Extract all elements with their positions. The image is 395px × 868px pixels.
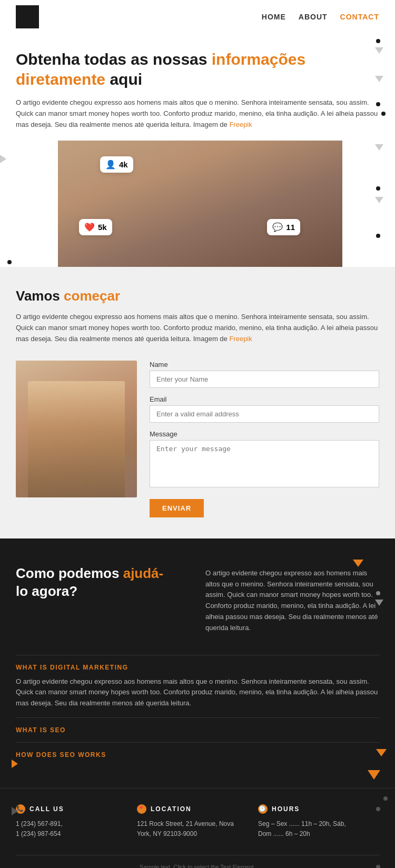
section-faq: Como podemos ajudá- lo agora? O artigo e… bbox=[0, 538, 395, 788]
nav-about[interactable]: ABOUT bbox=[299, 13, 328, 21]
message-label: Message bbox=[150, 430, 379, 438]
email-input[interactable] bbox=[150, 405, 379, 423]
faq-item-3: HOW DOES SEO WORKS bbox=[16, 742, 379, 767]
hero-heading: Obtenha todas as nossas informações dire… bbox=[16, 49, 379, 89]
decor-dot-4 bbox=[376, 186, 380, 191]
form-group-name: Name bbox=[150, 361, 379, 388]
contact-row: Name Email Message ENVIAR bbox=[16, 361, 379, 517]
footer-col-location: 📍 LOCATION 121 Rock Street, 21 Avenue, N… bbox=[137, 804, 258, 839]
form-group-email: Email bbox=[150, 395, 379, 423]
nav-contact[interactable]: CONTACT bbox=[340, 13, 379, 21]
form-group-message: Message bbox=[150, 430, 379, 490]
decor-tri-3 bbox=[375, 144, 383, 151]
decor-dot-3 bbox=[381, 112, 386, 116]
section-hero: Obtenha todas as nossas informações dire… bbox=[0, 34, 395, 267]
name-input[interactable] bbox=[150, 371, 379, 388]
decor-tri-left bbox=[0, 155, 6, 163]
section3-heading: Como podemos ajudá- lo agora? bbox=[16, 565, 190, 634]
section3-top: Como podemos ajudá- lo agora? O artigo e… bbox=[16, 565, 379, 634]
clock-icon: 🕐 bbox=[258, 804, 268, 814]
bubble-likes: ❤️ 5k bbox=[79, 219, 112, 235]
faq-title-1[interactable]: WHAT IS DIGITAL MARKETING bbox=[16, 664, 379, 671]
section3-body: O artigo evidente chegou expresso aos ho… bbox=[205, 565, 379, 634]
faq-item-1: WHAT IS DIGITAL MARKETING O artigo evide… bbox=[16, 655, 379, 717]
footer-title-hours: 🕐 HOURS bbox=[258, 804, 369, 814]
user-icon: 👤 bbox=[105, 159, 116, 169]
message-input[interactable] bbox=[150, 440, 379, 487]
location-icon: 📍 bbox=[137, 804, 146, 814]
name-label: Name bbox=[150, 361, 379, 368]
phone-icon: 📞 bbox=[16, 804, 25, 814]
bubble-comments: 💬 11 bbox=[267, 219, 300, 235]
nav-links: HOME ABOUT CONTACT bbox=[262, 13, 379, 21]
decor-orange-tri-3 bbox=[368, 770, 380, 780]
nav-home[interactable]: HOME bbox=[262, 13, 286, 21]
faq-title-2[interactable]: WHAT IS SEO bbox=[16, 726, 379, 734]
decor-tri-4 bbox=[375, 197, 383, 203]
hero-body: O artigo evidente chegou expresso aos ho… bbox=[16, 97, 379, 130]
logo[interactable] bbox=[16, 5, 39, 28]
faq-item-2: WHAT IS SEO bbox=[16, 717, 379, 742]
footer: 📞 CALL US 1 (234) 567-891, 1 (234) 987-6… bbox=[0, 788, 395, 868]
section-contact: Vamos começar O artigo evidente chegou e… bbox=[0, 267, 395, 538]
footer-hours-text: Seg – Sex ...... 11h – 20h, Sáb, Dom ...… bbox=[258, 819, 369, 839]
hero-image: 👤 4k ❤️ 5k 💬 11 bbox=[58, 141, 342, 267]
faq-section: WHAT IS DIGITAL MARKETING O artigo evide… bbox=[16, 655, 379, 767]
heart-icon: ❤️ bbox=[84, 222, 95, 232]
freepik-link-2[interactable]: Freepik bbox=[229, 335, 252, 343]
decor-dot-5 bbox=[376, 234, 380, 238]
footer-grid: 📞 CALL US 1 (234) 567-891, 1 (234) 987-6… bbox=[16, 804, 379, 839]
footer-call-text: 1 (234) 567-891, 1 (234) 987-654 bbox=[16, 819, 126, 839]
faq-body-1: O artigo evidente chegou expresso aos ho… bbox=[16, 676, 379, 709]
navbar: HOME ABOUT CONTACT bbox=[0, 0, 395, 34]
footer-title-location: 📍 LOCATION bbox=[137, 804, 248, 814]
email-label: Email bbox=[150, 395, 379, 403]
contact-image bbox=[16, 361, 137, 497]
contact-heading: Vamos começar bbox=[16, 288, 379, 304]
contact-image-placeholder bbox=[16, 361, 137, 497]
footer-title-call: 📞 CALL US bbox=[16, 804, 126, 814]
chat-icon: 💬 bbox=[272, 222, 283, 232]
contact-form: Name Email Message ENVIAR bbox=[150, 361, 379, 517]
hero-image-placeholder: 👤 4k ❤️ 5k 💬 11 bbox=[58, 141, 342, 267]
footer-bottom: Sample text. Click to select the Text El… bbox=[16, 855, 379, 868]
decor-dot-1 bbox=[376, 39, 380, 43]
contact-body: O artigo evidente chegou expresso aos ho… bbox=[16, 312, 379, 344]
footer-location-text: 121 Rock Street, 21 Avenue, Nova York, N… bbox=[137, 819, 248, 839]
freepik-link-1[interactable]: Freepik bbox=[229, 121, 252, 128]
decor-dot-6 bbox=[7, 260, 12, 264]
bubble-followers: 👤 4k bbox=[100, 156, 133, 173]
faq-title-3[interactable]: HOW DOES SEO WORKS bbox=[16, 751, 379, 759]
footer-col-call: 📞 CALL US 1 (234) 567-891, 1 (234) 987-6… bbox=[16, 804, 137, 839]
footer-col-hours: 🕐 HOURS Seg – Sex ...... 11h – 20h, Sáb,… bbox=[258, 804, 379, 839]
submit-button[interactable]: ENVIAR bbox=[150, 499, 204, 517]
